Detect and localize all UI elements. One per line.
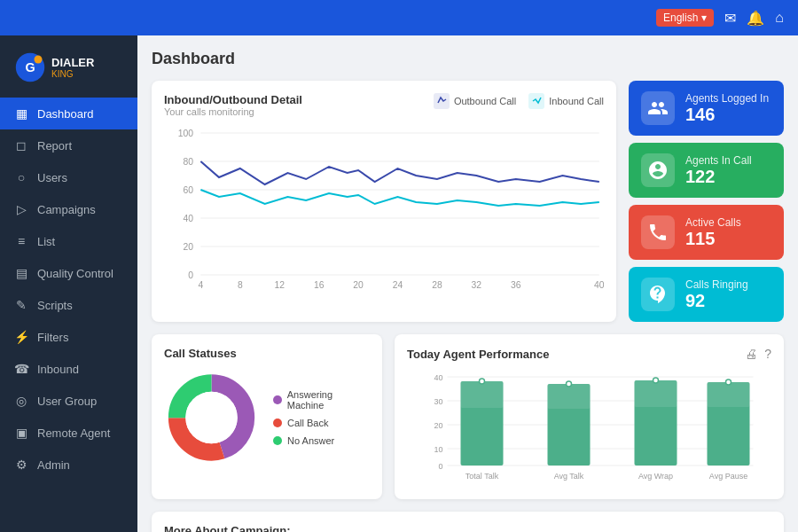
svg-point-47 [480,379,485,384]
chart-subtitle: Your calls monitoring [164,106,302,117]
svg-text:8: 8 [238,280,243,290]
stat-card-calls-ringing: Calls Ringing 92 [629,267,784,322]
legend-no-answer: No Answer [273,435,370,446]
sidebar-label-dashboard: Dashboard [37,107,94,121]
sidebar-label-quality: Quality Control [37,267,113,280]
sidebar-item-scripts[interactable]: ✎ Scripts [0,289,137,321]
sidebar: G DIALER KING ▦ Dashboard ◻ Report ○ Use… [0,35,137,532]
inbound-outbound-chart-card: Inbound/Outbound Detail Your calls monit… [152,81,616,322]
svg-text:40: 40 [434,373,442,382]
sidebar-label-filters: Filters [37,331,68,344]
bottom-section: Call Statuses Answering M [152,334,784,499]
help-icon[interactable]: ? [764,347,771,361]
stat-card-agents-in-call: Agents In Call 122 [629,143,784,198]
no-answer-label: No Answer [287,435,334,446]
legend-call-back: Call Back [273,418,370,428]
stat-card-active-calls: Active Calls 115 [629,205,784,260]
svg-text:16: 16 [314,280,325,290]
svg-text:20: 20 [353,280,364,290]
donut-legend: Answering Machine Call Back No Answer [273,389,370,446]
dashboard-icon: ▦ [14,106,28,121]
call-statuses-card: Call Statuses Answering M [152,334,382,499]
home-icon[interactable]: ⌂ [775,10,784,26]
sidebar-item-list[interactable]: ≡ List [0,225,137,257]
sidebar-item-dashboard[interactable]: ▦ Dashboard [0,98,137,129]
agents-in-call-icon [641,153,675,187]
svg-point-48 [567,381,572,387]
outbound-legend: Outbound Call [434,93,516,109]
sidebar-item-user-group[interactable]: ◎ User Group [0,385,137,417]
agents-logged-in-value: 146 [685,105,769,125]
language-selector[interactable]: English ▾ [656,9,714,27]
sidebar-item-users[interactable]: ○ Users [0,161,137,193]
page-title: Dashboard [152,50,784,68]
quality-icon: ▤ [14,266,28,280]
svg-point-28 [185,392,237,443]
svg-text:0: 0 [438,462,442,471]
svg-text:20: 20 [434,421,442,430]
bell-icon[interactable]: 🔔 [747,10,764,27]
mail-icon[interactable]: ✉ [724,10,736,27]
sidebar-item-campaigns[interactable]: ▷ Campaigns [0,193,137,225]
sidebar-item-inbound[interactable]: ☎ Inbound [0,353,137,385]
agent-performance-card: Today Agent Performance 🖨 ? 40 [395,334,784,499]
logo-icon: G [14,51,46,83]
inbound-legend-icon [528,93,544,109]
sidebar-label-admin: Admin [37,458,70,472]
svg-rect-40 [461,381,504,408]
svg-text:4: 4 [198,280,203,290]
chart-legend: Outbound Call Inbound Call [434,93,604,109]
donut-area: Answering Machine Call Back No Answer [164,369,370,466]
sidebar-item-admin[interactable]: ⚙ Admin [0,449,137,481]
calls-ringing-icon [641,278,675,311]
sidebar-item-filters[interactable]: ⚡ Filters [0,321,137,353]
filters-icon: ⚡ [14,330,28,344]
svg-text:12: 12 [274,280,285,290]
legend-answering-machine: Answering Machine [273,389,370,411]
call-back-label: Call Back [287,418,328,428]
stat-cards: Agents Logged In 146 Agents In Call 122 [629,81,784,322]
active-calls-label: Active Calls [685,216,741,229]
svg-text:0: 0 [188,270,193,280]
remote-agent-icon: ▣ [14,426,28,440]
perf-title: Today Agent Performance [407,348,549,361]
svg-text:40: 40 [184,214,194,223]
svg-text:G: G [25,60,35,74]
svg-text:Avg Wrap: Avg Wrap [638,472,673,481]
sidebar-item-remote-agent[interactable]: ▣ Remote Agent [0,417,137,449]
campaign-card: More About Campaign: [152,512,784,532]
sidebar-label-user-group: User Group [37,395,97,408]
sidebar-label-campaigns: Campaigns [37,203,96,216]
sidebar-label-scripts: Scripts [37,299,73,312]
svg-text:Avg Talk: Avg Talk [554,472,584,481]
svg-text:80: 80 [184,157,194,167]
calls-ringing-label: Calls Ringing [685,278,748,291]
svg-point-2 [35,56,43,64]
print-icon[interactable]: 🖨 [745,347,757,361]
users-icon: ○ [14,170,28,184]
sidebar-label-inbound: Inbound [37,363,79,376]
svg-text:32: 32 [472,280,482,290]
svg-rect-44 [635,380,677,407]
report-icon: ◻ [14,138,28,153]
svg-point-50 [726,379,732,385]
svg-text:100: 100 [178,129,194,138]
agents-in-call-label: Agents In Call [685,154,752,167]
sidebar-label-users: Users [37,171,67,184]
svg-text:40: 40 [594,280,604,290]
sidebar-item-quality-control[interactable]: ▤ Quality Control [0,257,137,289]
svg-text:36: 36 [511,280,521,290]
no-answer-dot [273,436,282,445]
answering-machine-dot [273,395,282,404]
svg-text:10: 10 [434,445,442,454]
calls-ringing-value: 92 [685,291,748,311]
active-calls-icon [641,215,675,249]
outbound-legend-label: Outbound Call [454,96,516,106]
chart-area: 100 80 60 40 20 0 4 8 12 16 20 24 28 [164,124,604,296]
sidebar-item-report[interactable]: ◻ Report [0,129,137,161]
campaign-title: More About Campaign: [164,524,771,532]
donut-chart [164,369,259,466]
answering-machine-label: Answering Machine [287,389,370,411]
sidebar-label-remote-agent: Remote Agent [37,426,110,440]
svg-rect-46 [708,382,750,407]
